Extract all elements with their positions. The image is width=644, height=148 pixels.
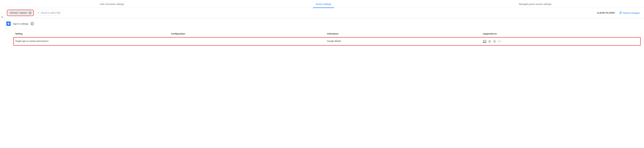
filter-chip-highlight: Full-text: "camera" [8, 10, 33, 15]
col-header-setting: Setting [15, 33, 171, 35]
table-row[interactable]: Single sign-on camera permissions Google… [14, 37, 640, 45]
table-header-row: Setting Configuration Inheritance Suppor… [14, 30, 640, 37]
recent-changes-link[interactable]: Recent changes [618, 10, 640, 16]
filter-bar: Full-text: "camera" + Search or add a fi… [0, 8, 644, 18]
settings-table: Setting Configuration Inheritance Suppor… [14, 30, 640, 45]
search-placeholder: Search or add a filter [41, 12, 61, 14]
tab-managed-guest[interactable]: Managed guest session settings [430, 0, 641, 8]
cell-supported: iOS [483, 40, 639, 43]
history-icon [619, 11, 622, 14]
section-title: Sign-in settings [13, 23, 28, 25]
chromeos-icon [483, 40, 486, 43]
tab-device-settings[interactable]: Device settings [218, 0, 429, 8]
svg-rect-1 [483, 42, 486, 43]
info-icon[interactable]: i [31, 22, 34, 25]
tabs-bar: User & browser settings Device settings … [3, 0, 644, 8]
filter-chip-label: Full-text: "camera" [10, 12, 28, 14]
search-add-filter[interactable]: + Search or add a filter [35, 10, 64, 16]
cell-configuration [171, 40, 327, 43]
section-header: Sign-in settings i [6, 22, 640, 26]
col-header-inheritance: Inheritance [327, 33, 483, 35]
filter-chip-fulltext[interactable]: Full-text: "camera" [8, 10, 33, 15]
close-icon[interactable] [29, 12, 32, 14]
ios-icon: iOS [498, 40, 501, 43]
chrome-icon [488, 40, 491, 43]
plus-icon: + [38, 12, 39, 14]
clear-filters-button[interactable]: CLEAR FILTERS [596, 10, 616, 15]
gear-icon [6, 22, 11, 26]
col-header-configuration: Configuration [171, 33, 327, 35]
recent-changes-label: Recent changes [623, 12, 640, 14]
cell-setting: Single sign-on camera permissions [15, 40, 171, 43]
svg-rect-0 [483, 40, 486, 42]
col-header-supported: Supported on [483, 33, 639, 35]
settings-section: Sign-in settings i Setting Configuration… [0, 18, 644, 49]
cell-inheritance: Google default [327, 40, 483, 43]
chevron-left-icon [1, 16, 3, 18]
svg-point-4 [489, 41, 490, 42]
tab-user-browser[interactable]: User & browser settings [6, 0, 218, 8]
android-icon [493, 40, 496, 43]
